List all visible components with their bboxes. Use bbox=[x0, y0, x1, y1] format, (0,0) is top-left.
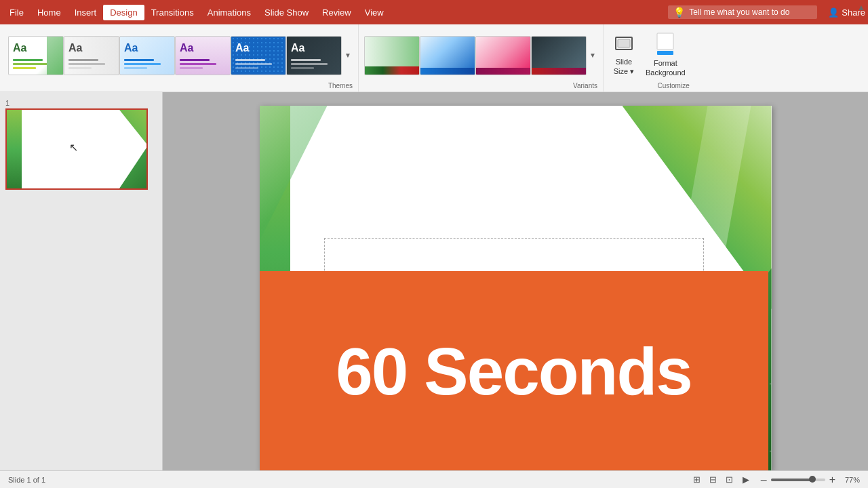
slide-sorter-button[interactable]: ⊟ bbox=[707, 473, 720, 487]
zoom-out-button[interactable]: – bbox=[761, 474, 767, 485]
variant-thumb-3[interactable] bbox=[475, 36, 531, 75]
theme-aa-4: Aa bbox=[180, 42, 193, 54]
svg-rect-1 bbox=[618, 39, 630, 47]
slide-green-topleft-triangle bbox=[260, 106, 328, 241]
variant-thumb-4[interactable] bbox=[531, 36, 587, 75]
themes-section-label: Themes bbox=[328, 82, 353, 92]
theme-thumb-4[interactable]: Aa bbox=[175, 36, 231, 75]
menu-insert[interactable]: Insert bbox=[68, 5, 104, 20]
zoom-level-label: 77% bbox=[840, 476, 860, 484]
theme-thumb-3[interactable]: Aa bbox=[119, 36, 175, 75]
canvas-area: Click to add title subtitle 60 Seconds bbox=[163, 92, 868, 470]
normal-view-button[interactable]: ⊞ bbox=[690, 473, 704, 487]
orange-banner-text: 60 Seconds bbox=[336, 333, 692, 410]
zoom-control: – + 77% bbox=[761, 474, 860, 485]
theme-lines-5 bbox=[235, 59, 281, 69]
slide-thumbnail-1[interactable]: ↖ bbox=[5, 108, 148, 190]
slide-size-label: SlideSize ▾ bbox=[614, 58, 634, 75]
themes-section: Aa Aa Aa bbox=[3, 24, 359, 92]
svg-rect-3 bbox=[657, 51, 673, 55]
themes-scroll-down[interactable]: ▼ bbox=[343, 36, 353, 75]
theme-thumb-2[interactable]: Aa bbox=[64, 36, 119, 75]
menu-review[interactable]: Review bbox=[315, 5, 358, 20]
menu-view[interactable]: View bbox=[358, 5, 391, 20]
theme-thumb-6[interactable]: Aa bbox=[286, 36, 342, 75]
theme-lines-2 bbox=[68, 59, 115, 69]
theme-lines-4 bbox=[180, 59, 226, 69]
variants-section-label: Variants bbox=[573, 82, 597, 92]
svg-rect-2 bbox=[657, 33, 673, 49]
variants-row: ▼ bbox=[364, 28, 597, 82]
search-lightbulb-icon: 💡 bbox=[673, 7, 685, 18]
menu-design[interactable]: Design bbox=[103, 5, 144, 20]
slideshow-button[interactable]: ▶ bbox=[739, 473, 753, 487]
zoom-in-button[interactable]: + bbox=[829, 474, 835, 485]
theme-lines-6 bbox=[291, 59, 337, 69]
cursor-indicator: ↖ bbox=[69, 141, 79, 155]
theme-aa-5: Aa bbox=[235, 42, 249, 54]
theme-aa-3: Aa bbox=[124, 42, 138, 54]
view-buttons: ⊞ ⊟ ⊡ ▶ bbox=[690, 473, 753, 487]
menu-slideshow[interactable]: Slide Show bbox=[258, 5, 315, 20]
slide-canvas[interactable]: Click to add title subtitle 60 Seconds bbox=[260, 106, 772, 470]
menu-transitions[interactable]: Transitions bbox=[144, 5, 201, 20]
theme-bg-decoration-1 bbox=[47, 37, 63, 75]
variants-scroll-down[interactable]: ▼ bbox=[588, 36, 597, 75]
theme-aa-1: Aa bbox=[13, 42, 26, 54]
theme-thumb-1[interactable]: Aa bbox=[8, 36, 64, 75]
menu-home[interactable]: Home bbox=[31, 5, 68, 20]
search-box[interactable]: 💡 Tell me what you want to do bbox=[668, 5, 817, 19]
themes-row: Aa Aa Aa bbox=[8, 28, 353, 82]
theme-aa-2: Aa bbox=[68, 42, 82, 54]
zoom-slider-thumb[interactable] bbox=[809, 476, 816, 483]
reading-view-button[interactable]: ⊡ bbox=[723, 473, 736, 487]
zoom-slider[interactable] bbox=[771, 479, 825, 481]
person-icon: 👤 bbox=[828, 7, 839, 18]
menu-file[interactable]: File bbox=[3, 5, 31, 20]
customize-row: SlideSize ▾ FormatBackground bbox=[609, 27, 690, 82]
format-bg-icon bbox=[654, 32, 676, 59]
variant-thumb-2[interactable] bbox=[420, 36, 475, 75]
format-background-label: FormatBackground bbox=[646, 59, 686, 77]
variant-thumb-1[interactable] bbox=[364, 36, 420, 75]
slide-size-button[interactable]: SlideSize ▾ bbox=[609, 31, 639, 77]
ribbon-collapse-area: ▲ bbox=[860, 24, 865, 92]
zoom-slider-fill bbox=[771, 479, 813, 481]
slide-info: Slide 1 of 1 bbox=[8, 476, 45, 484]
theme-aa-6: Aa bbox=[291, 42, 304, 54]
search-input-label: Tell me what you want to do bbox=[689, 7, 789, 17]
ribbon: Aa Aa Aa bbox=[0, 24, 868, 92]
orange-banner: 60 Seconds bbox=[260, 271, 768, 470]
ribbon-collapse-button[interactable]: ▲ bbox=[857, 3, 865, 12]
slide-size-icon bbox=[613, 33, 635, 58]
format-background-button[interactable]: FormatBackground bbox=[642, 30, 690, 79]
status-bar: Slide 1 of 1 ⊞ ⊟ ⊡ ▶ – + 77% bbox=[0, 470, 868, 488]
slide-thumb-container-1: ↖ bbox=[5, 108, 157, 190]
theme-lines-3 bbox=[124, 59, 170, 69]
slides-panel: 1 ↖ bbox=[0, 92, 163, 470]
customize-section-label: Customize bbox=[657, 82, 689, 92]
menu-animations[interactable]: Animations bbox=[201, 5, 258, 20]
main-area: 1 ↖ Click to add title bbox=[0, 92, 868, 470]
customize-section: SlideSize ▾ FormatBackground Customize bbox=[604, 24, 695, 92]
menu-bar: File Home Insert Design Transitions Anim… bbox=[0, 0, 868, 24]
slide-number-1: 1 bbox=[5, 99, 157, 107]
slide-thumb-green-left bbox=[7, 110, 22, 188]
variants-section: ▼ Variants bbox=[359, 24, 604, 92]
theme-thumb-5[interactable]: Aa bbox=[231, 36, 286, 75]
